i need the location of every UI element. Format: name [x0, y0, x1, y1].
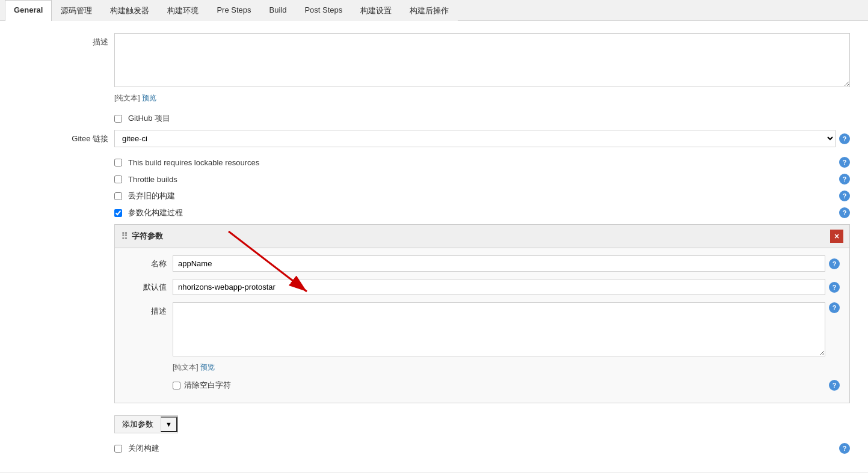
param-desc-row: 描述 ? [纯文本] 预览: [125, 302, 840, 373]
github-project-row: GitHub 项目: [18, 113, 850, 124]
add-param-dropdown-button[interactable]: ▼: [161, 417, 177, 432]
main-content: 描述 [纯文本] 预览 GitHub 项目 Gitee 链接 gitee-ci …: [0, 21, 868, 472]
param-preview-link[interactable]: 预览: [200, 363, 215, 371]
param-section: ⠿ 字符参数 × 名称 ?: [18, 224, 850, 433]
add-param-main-button[interactable]: 添加参数: [115, 416, 161, 433]
discard-row: 丢弃旧的构建 ?: [18, 191, 850, 201]
param-default-input[interactable]: [173, 279, 825, 295]
drag-handle-icon: ⠿: [121, 231, 128, 242]
content-area: 描述 [纯文本] 预览 GitHub 项目 Gitee 链接 gitee-ci …: [18, 33, 850, 454]
add-param-container: 添加参数 ▼: [114, 409, 850, 433]
parameterized-row: 参数化构建过程 ?: [18, 207, 850, 218]
discard-help-icon[interactable]: ?: [839, 191, 850, 201]
discard-label: 丢弃旧的构建: [128, 191, 175, 201]
github-project-checkbox[interactable]: [114, 115, 122, 123]
param-block: ⠿ 字符参数 × 名称 ?: [114, 224, 850, 403]
param-desc-label: 描述: [125, 302, 173, 317]
param-name-label: 名称: [125, 258, 173, 269]
tab-presteps[interactable]: Pre Steps: [208, 0, 260, 21]
preview-link[interactable]: 预览: [142, 94, 156, 102]
description-row: 描述 [纯文本] 预览: [18, 33, 850, 103]
gitee-link-label: Gitee 链接: [18, 130, 114, 144]
close-build-help-icon[interactable]: ?: [839, 443, 850, 454]
param-inner: 名称 ? 默认值 ?: [115, 248, 849, 403]
throttle-row: Throttle builds ?: [18, 174, 850, 185]
plain-text-label: [纯文本]: [114, 94, 140, 102]
param-block-title: ⠿ 字符参数: [121, 231, 163, 242]
description-label: 描述: [18, 33, 114, 47]
param-plain-text-label: [纯文本]: [173, 363, 199, 371]
param-name-row: 名称 ?: [125, 255, 840, 272]
description-control: [纯文本] 预览: [114, 33, 850, 103]
param-default-label: 默认值: [125, 282, 173, 293]
throttle-help-icon[interactable]: ?: [839, 174, 850, 185]
lockable-label: This build requires lockable resources: [128, 158, 259, 167]
param-name-input[interactable]: [173, 255, 825, 272]
gitee-help-icon[interactable]: ?: [839, 133, 850, 144]
param-desc-links: [纯文本] 预览: [173, 362, 215, 373]
throttle-checkbox[interactable]: [114, 175, 122, 183]
param-name-control: ?: [173, 255, 840, 272]
parameterized-help-icon[interactable]: ?: [839, 207, 850, 218]
parameterized-checkbox[interactable]: [114, 209, 122, 217]
param-trim-row: 清除空白字符 ?: [125, 380, 840, 391]
parameterized-label: 参数化构建过程: [128, 207, 183, 218]
param-default-row: 默认值 ?: [125, 279, 840, 295]
github-project-label: GitHub 项目: [128, 113, 170, 124]
throttle-label: Throttle builds: [128, 175, 177, 184]
tab-settings[interactable]: 构建设置: [351, 0, 401, 21]
param-name-help-icon[interactable]: ?: [829, 258, 840, 269]
tab-trigger[interactable]: 构建触发器: [101, 0, 158, 21]
lockable-help-icon[interactable]: ?: [839, 157, 850, 168]
tabs-bar: General 源码管理 构建触发器 构建环境 Pre Steps Build …: [0, 0, 868, 21]
param-desc-control: ? [纯文本] 预览: [173, 302, 840, 373]
param-desc-textarea[interactable]: [173, 302, 825, 356]
param-default-control: ?: [173, 279, 840, 295]
close-build-checkbox[interactable]: [114, 445, 122, 453]
param-block-header: ⠿ 字符参数 ×: [115, 225, 849, 248]
tab-postbuild[interactable]: 构建后操作: [401, 0, 458, 21]
description-links: [纯文本] 预览: [114, 93, 156, 103]
gitee-link-control: gitee-ci ?: [114, 130, 850, 147]
param-default-help-icon[interactable]: ?: [829, 282, 840, 293]
param-block-title-text: 字符参数: [132, 231, 163, 242]
lockable-row: This build requires lockable resources ?: [18, 157, 850, 168]
param-desc-help-icon[interactable]: ?: [829, 302, 840, 313]
description-textarea[interactable]: [114, 33, 850, 87]
gitee-link-select[interactable]: gitee-ci: [114, 130, 836, 147]
param-close-button[interactable]: ×: [830, 230, 843, 243]
discard-checkbox[interactable]: [114, 192, 122, 200]
tab-env[interactable]: 构建环境: [158, 0, 208, 21]
tab-build[interactable]: Build: [260, 0, 296, 21]
add-param-button[interactable]: 添加参数 ▼: [114, 415, 178, 433]
close-build-label: 关闭构建: [128, 443, 159, 454]
param-trim-help-icon[interactable]: ?: [829, 380, 840, 391]
lockable-checkbox[interactable]: [114, 159, 122, 166]
tab-general[interactable]: General: [5, 0, 52, 21]
gitee-link-row: Gitee 链接 gitee-ci ?: [18, 130, 850, 147]
close-build-row: 关闭构建 ?: [18, 443, 850, 454]
tab-poststeps[interactable]: Post Steps: [295, 0, 351, 21]
tab-source[interactable]: 源码管理: [52, 0, 101, 21]
param-trim-checkbox[interactable]: [173, 382, 180, 389]
param-trim-label: 清除空白字符: [184, 380, 231, 391]
